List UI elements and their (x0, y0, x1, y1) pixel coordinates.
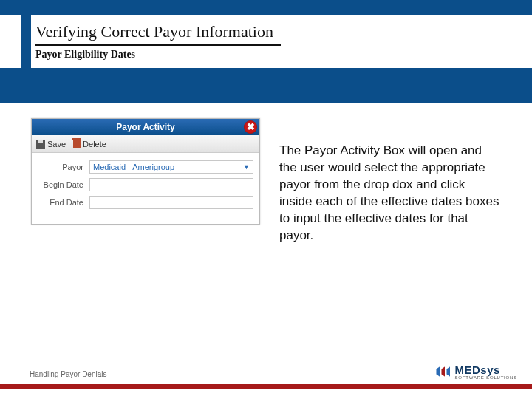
header-mid-bar (0, 68, 532, 103)
panel-body: Payor Medicaid - Amerigroup ▼ Begin Date… (32, 153, 259, 224)
delete-label: Delete (83, 140, 106, 149)
payor-label: Payor (38, 163, 89, 171)
panel-header: Payor Activity ✖ (32, 119, 259, 135)
payor-row: Payor Medicaid - Amerigroup ▼ (38, 160, 253, 174)
logo-mark-icon (436, 366, 450, 377)
page-subtitle: Payor Eligibility Dates (35, 49, 508, 61)
panel-toolbar: Save Delete (32, 135, 259, 153)
logo-text: MEDsys (454, 364, 499, 376)
delete-button[interactable]: Delete (73, 140, 106, 149)
begin-date-label: Begin Date (38, 180, 89, 189)
title-area: Verifying Correct Payor Information Payo… (35, 22, 508, 61)
close-icon[interactable]: ✖ (244, 120, 257, 134)
chevron-down-icon: ▼ (243, 163, 250, 171)
end-date-label: End Date (38, 198, 89, 207)
payor-activity-panel: Payor Activity ✖ Save Delete Payor Medic… (31, 118, 260, 225)
payor-select[interactable]: Medicaid - Amerigroup ▼ (89, 160, 253, 174)
instruction-text: The Payor Activity Box will open and the… (279, 143, 501, 245)
logo-subtext: SOFTWARE SOLUTIONS (454, 375, 517, 380)
title-underline (35, 44, 281, 46)
logo-text-block: MEDsys SOFTWARE SOLUTIONS (454, 364, 517, 380)
payor-select-value: Medicaid - Amerigroup (93, 163, 174, 171)
footer-accent-bar (0, 384, 532, 389)
delete-icon (73, 140, 81, 148)
panel-title: Payor Activity (116, 122, 175, 132)
end-date-input[interactable] (89, 196, 253, 209)
end-date-row: End Date (38, 196, 253, 209)
brand-logo: MEDsys SOFTWARE SOLUTIONS (436, 364, 517, 380)
save-icon (36, 140, 45, 149)
save-button[interactable]: Save (36, 140, 66, 149)
save-label: Save (47, 140, 66, 149)
footer-note: Handling Payor Denials (30, 370, 107, 378)
begin-date-row: Begin Date (38, 178, 253, 191)
header-top-bar (0, 0, 532, 15)
begin-date-input[interactable] (89, 178, 253, 191)
page-title: Verifying Correct Payor Information (35, 22, 508, 41)
